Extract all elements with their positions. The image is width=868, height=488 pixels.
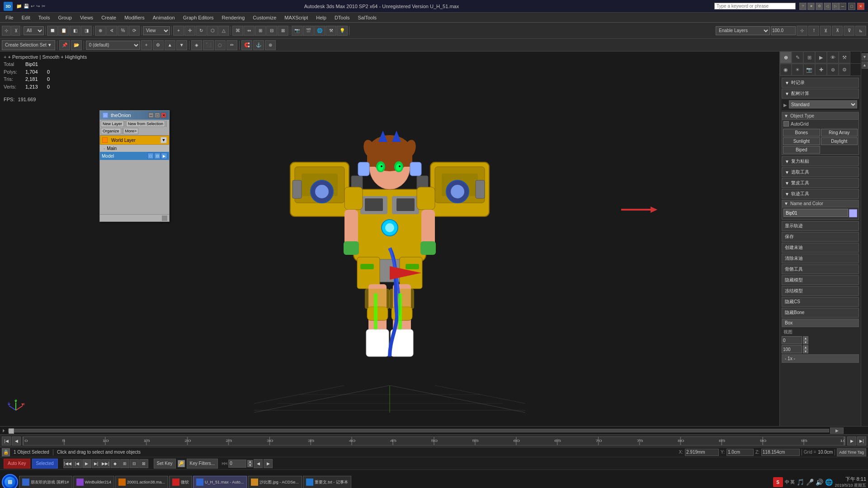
view-select[interactable]: View — [143, 26, 170, 35]
theonion-close-btn[interactable]: ✕ — [161, 113, 166, 118]
snap-spinner-btn[interactable]: ⟳ — [129, 26, 140, 36]
standard-dropdown[interactable]: Standard — [789, 100, 857, 108]
taskbar-weishe[interactable]: 微软 — [169, 476, 192, 488]
menu-file[interactable]: File — [2, 14, 17, 21]
rp-tab-display[interactable]: 👁 — [827, 52, 839, 63]
key-mode-btn[interactable]: ◆ — [111, 459, 120, 468]
menu-customize[interactable]: Customize — [249, 14, 280, 21]
move-btn[interactable]: ✛ — [184, 26, 195, 36]
spin-up1[interactable]: ▲ — [803, 336, 808, 340]
menu-animation[interactable]: Animation — [149, 14, 179, 21]
snap2-btn[interactable]: ⚓ — [253, 40, 264, 50]
new-layer-btn[interactable]: + — [141, 40, 152, 50]
taskbar-winbuilder[interactable]: WinBuilder214 — [73, 476, 115, 488]
onion-new-from-btn[interactable]: New from Selection — [126, 121, 165, 127]
timeline-expand[interactable]: ▶ — [830, 427, 844, 434]
tools2-btn[interactable]: ⚒ — [326, 26, 336, 36]
y-input[interactable] — [726, 449, 754, 456]
rp-icon-sphere[interactable]: ◉ — [780, 64, 792, 75]
spinner-input2[interactable] — [782, 345, 802, 353]
timeline-slider[interactable] — [8, 429, 829, 432]
scale-btn[interactable]: ⬡ — [207, 26, 218, 36]
bones-btn[interactable]: Bones — [783, 129, 820, 136]
trackbar-ruler[interactable]: 0 5 10 15 20 25 30 35 40 45 50 55 60 — [23, 436, 845, 446]
spin-dn2[interactable]: ▼ — [803, 349, 808, 353]
add-time-tag-btn[interactable]: Add Time Tag — [837, 448, 866, 456]
play-btn[interactable]: ▶ — [82, 459, 91, 468]
theonion-restore-btn[interactable]: □ — [155, 113, 160, 118]
select-all-btn[interactable]: ⌘ — [232, 26, 243, 36]
key-filters-button[interactable]: Key Filters... — [187, 459, 218, 469]
set-key-button[interactable]: Set Key — [154, 459, 176, 469]
snap-btn[interactable]: 🧲 — [241, 40, 252, 50]
select-region-btn[interactable]: ⬛ — [203, 40, 214, 50]
systray-icon-note[interactable]: 🎵 — [797, 479, 804, 486]
array-btn[interactable]: ⊞ — [255, 26, 266, 36]
close-button[interactable]: ✕ — [857, 3, 864, 10]
layers-dropdown[interactable]: Enable Layers — [716, 26, 770, 35]
layer-move-btn[interactable]: ▲ — [165, 40, 175, 50]
menu-create[interactable]: Create — [98, 14, 120, 21]
go-end-btn[interactable]: ▶▶| — [101, 459, 110, 468]
layer-btn1[interactable]: □ — [147, 153, 154, 159]
chuangjian-btn[interactable]: 创建未迪 — [782, 243, 859, 253]
xiaochu-btn[interactable]: 清除未迪 — [782, 253, 859, 263]
biped-btn[interactable]: Biped — [783, 146, 820, 154]
layer-settings-btn[interactable]: ⚙ — [153, 40, 164, 50]
spin-dn1[interactable]: ▼ — [803, 340, 808, 344]
taskbar-notepad[interactable]: 重要文.txt - 记事本 — [303, 476, 351, 488]
select-crossing-btn[interactable]: ◨ — [81, 26, 92, 36]
menu-saltools[interactable]: SalTools — [354, 14, 381, 21]
layers-btn3[interactable]: ⊻ — [820, 26, 831, 36]
frame-input[interactable] — [228, 460, 246, 468]
mirror-btn[interactable]: ⇔ — [244, 26, 255, 36]
layers-btn4[interactable]: ⊼ — [832, 26, 843, 36]
fanzhi-btn[interactable]: ▼ 繁皮工具 — [782, 178, 859, 188]
taskbar-3dsmax[interactable]: 朋友听的游戏 国粹1# — [19, 476, 72, 488]
timeline-handle[interactable] — [9, 428, 14, 434]
rp-icon-camera[interactable]: 📷 — [803, 64, 815, 75]
spinner-input1[interactable] — [782, 336, 802, 344]
world-layer-row[interactable]: World Layer ▼ — [100, 136, 169, 145]
layers-btn5[interactable]: ⊽ — [844, 26, 854, 36]
maximize-button[interactable]: □ — [848, 3, 855, 10]
play-forward-btn[interactable]: ▶ — [264, 459, 273, 468]
key-lock-icon[interactable]: 🔑 — [178, 460, 185, 467]
layer-main-item[interactable]: - Main — [100, 145, 169, 152]
rp-icon-space[interactable]: ⊛ — [827, 64, 839, 75]
create-selection-set-button[interactable]: Create Selection Set ▼ — [2, 40, 55, 50]
rp-tab-create[interactable]: ⊕ — [780, 52, 792, 63]
layer-btn2[interactable]: ⊡ — [154, 153, 160, 159]
systray-icon-vol[interactable]: 🔊 — [816, 479, 823, 486]
onion-more-btn[interactable]: More> — [123, 128, 139, 134]
select-lasso-btn[interactable]: ◌ — [215, 40, 226, 50]
layer-btn3[interactable]: ▶ — [161, 153, 167, 159]
filter-select[interactable]: All — [24, 26, 44, 35]
rp-icon-system[interactable]: ⚙ — [839, 64, 850, 75]
menu-group[interactable]: Group — [54, 14, 75, 21]
sep-btn1[interactable]: ▼ — [862, 53, 868, 61]
playback-type-btn[interactable]: ⊞ — [120, 459, 129, 468]
layer-model-item[interactable]: Model □ ⊡ ▶ — [100, 152, 169, 160]
menu-rendering[interactable]: Rendering — [218, 14, 249, 21]
frame-up[interactable]: ▲ — [247, 460, 253, 464]
guzhi-btn[interactable]: 骨骼工具 — [782, 264, 859, 274]
systray-icon-net[interactable]: 🌐 — [825, 479, 833, 486]
prev-frame-btn[interactable]: |◀ — [2, 436, 11, 446]
playback-loop-btn[interactable]: ⊠ — [139, 459, 148, 468]
named-sel-btn[interactable]: 📌 — [59, 40, 70, 50]
peishu-btn[interactable]: ▼ 配树计算 — [782, 89, 859, 99]
select-obj-btn[interactable]: 📋 — [58, 26, 69, 36]
icon-arrow2[interactable]: ▷ — [832, 3, 839, 10]
snap3-btn[interactable]: ⊛ — [265, 40, 276, 50]
onion-organize-btn[interactable]: Organize — [101, 128, 121, 134]
spin-up2[interactable]: ▲ — [803, 345, 808, 349]
layer-move2-btn[interactable]: ▼ — [176, 40, 187, 50]
sunlight-btn[interactable]: Sunlight — [783, 137, 820, 145]
menu-maxscript[interactable]: MAXScript — [281, 14, 311, 21]
render-btn[interactable]: 🎬 — [303, 26, 314, 36]
menu-tools[interactable]: Tools — [35, 14, 54, 21]
menu-edit[interactable]: Edit — [18, 14, 34, 21]
viewport[interactable]: + + Perspective | Smooth + Highlights To… — [0, 52, 779, 426]
go-start-btn[interactable]: |◀◀ — [63, 459, 72, 468]
